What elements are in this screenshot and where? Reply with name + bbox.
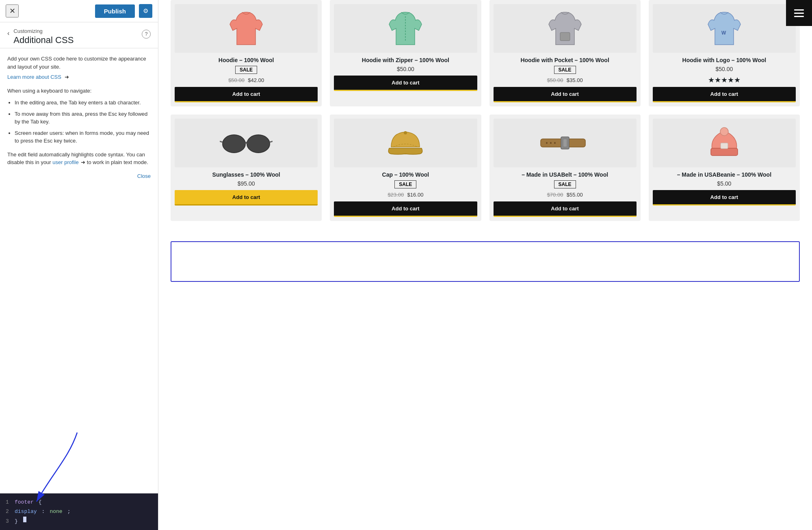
code-line-1: 1 footer{ xyxy=(6,498,152,507)
price-regular: $5.00 xyxy=(717,180,731,187)
panel-content: Add your own CSS code here to customize … xyxy=(0,48,158,493)
keyboard-nav-list: In the editing area, the Tab key enters … xyxy=(15,99,151,145)
product-name: Hoodie – 100% Wool xyxy=(219,57,274,63)
intro-text: Add your own CSS code here to customize … xyxy=(7,55,151,71)
add-to-cart-button[interactable]: Add to cart xyxy=(653,190,796,206)
menu-toggle-button[interactable] xyxy=(786,0,812,26)
user-profile-link[interactable]: user profile xyxy=(52,159,78,165)
sale-badge: SALE xyxy=(394,180,416,188)
svg-point-5 xyxy=(247,135,270,153)
price-sale: $42.00 xyxy=(248,77,264,83)
sale-badge: SALE xyxy=(235,66,257,74)
help-button[interactable]: ? xyxy=(142,30,151,39)
customizing-header: ‹ Customizing Additional CSS ? xyxy=(0,22,158,48)
products-grid: Hoodie – 100% Wool SALE $50.00 $42.00 Ad… xyxy=(158,0,812,233)
product-name: – Made in USABeanie – 100% Wool xyxy=(677,171,771,178)
product-image xyxy=(494,119,637,167)
price-regular: $50.00 xyxy=(397,66,414,72)
svg-rect-15 xyxy=(711,148,738,156)
gear-button[interactable]: ⚙ xyxy=(139,4,152,18)
svg-point-16 xyxy=(720,128,728,136)
cursor xyxy=(23,517,26,522)
back-button[interactable]: ‹ xyxy=(7,30,9,37)
product-image: W xyxy=(653,4,796,53)
price-original: $70.00 xyxy=(547,192,563,198)
add-to-cart-button[interactable]: Add to cart xyxy=(334,201,477,217)
price-row: $70.00 $55.00 xyxy=(547,191,583,198)
product-name: Sunglasses – 100% Wool xyxy=(212,171,280,178)
publish-button[interactable]: Publish xyxy=(95,4,135,18)
product-card: Cap – 100% Wool SALE $23.00 $16.00 Add t… xyxy=(330,115,481,221)
svg-point-12 xyxy=(550,142,552,144)
sale-badge: SALE xyxy=(554,180,576,188)
product-card: W Hoodie with Logo – 100% Wool $50.00 ★★… xyxy=(649,0,800,106)
product-name: – Made in USABelt – 100% Wool xyxy=(522,171,608,178)
product-card: Hoodie with Zipper – 100% Wool $50.00 Ad… xyxy=(330,0,481,106)
left-panel: ✕ Publish ⚙ ‹ Customizing Additional CSS… xyxy=(0,0,158,530)
external-link-icon2: ➜ xyxy=(81,159,85,165)
menu-icon xyxy=(794,9,804,17)
add-to-cart-button[interactable]: Add to cart xyxy=(653,87,796,102)
svg-rect-11 xyxy=(563,139,567,147)
add-to-cart-button[interactable]: Add to cart xyxy=(494,87,637,102)
product-card: Hoodie – 100% Wool SALE $50.00 $42.00 Ad… xyxy=(171,0,322,106)
customizing-label: Customizing xyxy=(13,28,74,34)
product-image xyxy=(334,119,477,167)
footer-placeholder xyxy=(171,241,800,282)
add-to-cart-button[interactable]: Add to cart xyxy=(494,201,637,217)
price-row: $50.00 $35.00 xyxy=(547,76,583,84)
list-item: Screen reader users: when in forms mode,… xyxy=(15,129,151,145)
close-button[interactable]: ✕ xyxy=(6,4,19,17)
customizing-title: Additional CSS xyxy=(13,35,74,45)
code-editor[interactable]: 1 footer{ 2 display:none; 3 } xyxy=(0,493,158,530)
price-row: $50.00 $42.00 xyxy=(228,76,264,84)
product-image xyxy=(334,4,477,53)
svg-text:W: W xyxy=(721,30,726,36)
price-regular: $50.00 xyxy=(715,66,733,72)
external-link-icon: ➜ xyxy=(65,74,69,80)
product-image xyxy=(175,119,318,167)
product-name: Hoodie with Zipper – 100% Wool xyxy=(362,57,449,63)
price-sale: $16.00 xyxy=(407,192,424,198)
product-image xyxy=(494,4,637,53)
edit-field-note: The edit field automatically highlights … xyxy=(7,151,151,167)
svg-rect-17 xyxy=(721,143,728,149)
svg-point-14 xyxy=(546,142,548,144)
svg-rect-2 xyxy=(560,32,570,41)
svg-line-6 xyxy=(220,141,223,142)
sale-badge: SALE xyxy=(554,66,576,74)
product-image xyxy=(653,119,796,167)
svg-point-4 xyxy=(223,135,245,153)
code-line-3: 3 } xyxy=(6,517,152,526)
product-name: Cap – 100% Wool xyxy=(382,171,429,178)
add-to-cart-button[interactable]: Add to cart xyxy=(175,190,318,206)
list-item: To move away from this area, press the E… xyxy=(15,110,151,126)
product-card: Hoodie with Pocket – 100% Wool SALE $50.… xyxy=(489,0,641,106)
price-sale: $55.00 xyxy=(567,192,583,198)
learn-css-link[interactable]: Learn more about CSS xyxy=(7,74,61,80)
add-to-cart-button[interactable]: Add to cart xyxy=(334,76,477,91)
price-sale: $35.00 xyxy=(567,77,583,83)
price-original: $50.00 xyxy=(547,77,563,83)
price-original: $50.00 xyxy=(228,77,245,83)
close-link[interactable]: Close xyxy=(137,172,151,180)
price-row: $23.00 $16.00 xyxy=(388,191,423,198)
code-line-2: 2 display:none; xyxy=(6,507,152,516)
keyboard-nav-title: When using a keyboard to navigate: xyxy=(7,87,151,95)
product-card: Sunglasses – 100% Wool $95.00 Add to car… xyxy=(171,115,322,221)
svg-point-8 xyxy=(404,131,407,134)
product-name: Hoodie with Logo – 100% Wool xyxy=(682,57,767,63)
add-to-cart-button[interactable]: Add to cart xyxy=(175,87,318,102)
list-item: In the editing area, the Tab key enters … xyxy=(15,99,151,107)
right-panel: Hoodie – 100% Wool SALE $50.00 $42.00 Ad… xyxy=(158,0,812,530)
top-bar: ✕ Publish ⚙ xyxy=(0,0,158,22)
product-card: – Made in USABeanie – 100% Wool $5.00 Ad… xyxy=(649,115,800,221)
product-name: Hoodie with Pocket – 100% Wool xyxy=(520,57,609,63)
star-rating: ★★★★★ xyxy=(708,76,741,84)
price-regular: $95.00 xyxy=(238,180,255,187)
price-original: $23.00 xyxy=(388,192,404,198)
product-card: – Made in USABelt – 100% Wool SALE $70.0… xyxy=(489,115,641,221)
svg-point-13 xyxy=(554,142,556,144)
product-image xyxy=(175,4,318,53)
svg-line-7 xyxy=(270,141,273,142)
